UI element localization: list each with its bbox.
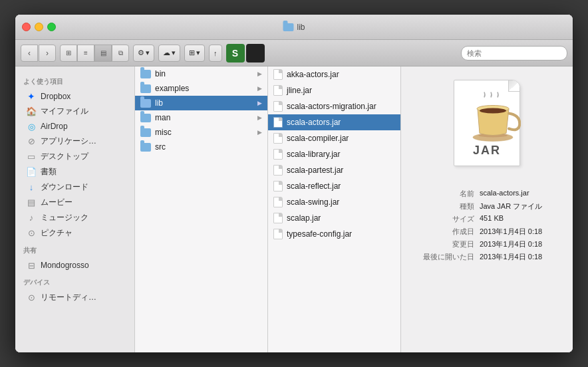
type-label: 種類 xyxy=(421,201,474,211)
file-icon-migration xyxy=(273,101,283,112)
sidebar-label-desktop: デスクトップ xyxy=(41,151,88,162)
coffee-cup-svg xyxy=(468,90,521,144)
col2-akka-actors[interactable]: akka-actors.jar xyxy=(268,66,400,82)
action-button[interactable]: ⚙ ▾ xyxy=(133,45,154,62)
sidebar-item-docs[interactable]: 📄 書類 xyxy=(18,164,132,180)
sidebar-label-myfiles: マイファイル xyxy=(41,106,88,117)
info-row-name: 名前 scala-actors.jar xyxy=(414,189,559,199)
col1-src[interactable]: src xyxy=(135,140,267,154)
opened-value: 2013年1月4日 0:18 xyxy=(480,252,559,262)
sidebar-label-pictures: ピクチャ xyxy=(41,227,73,239)
devices-label: デバイス xyxy=(15,273,134,290)
scala-icon[interactable]: S xyxy=(226,44,245,62)
sidebar-label-mondogrosso: Mondogrosso xyxy=(41,261,89,270)
sidebar-item-remote[interactable]: ⊙ リモートディ… xyxy=(18,290,132,305)
forward-button[interactable]: › xyxy=(39,45,56,62)
opened-label: 最後に開いた日 xyxy=(421,252,474,262)
music-icon: ♪ xyxy=(26,213,37,223)
col2-typesafe-config[interactable]: typesafe-config.jar xyxy=(268,226,400,242)
close-button[interactable] xyxy=(22,23,31,31)
sidebar-label-airdrop: AirDrop xyxy=(41,122,68,131)
info-row-type: 種類 Java JAR ファイル xyxy=(414,201,559,211)
file-icon-library xyxy=(273,149,283,160)
folder-icon-examples xyxy=(140,84,151,93)
folder-icon-misc xyxy=(140,128,151,137)
col1-man[interactable]: man ▶ xyxy=(135,110,267,125)
view-buttons: ⊞ ≡ ▤ ⧉ xyxy=(60,45,129,62)
type-value: Java JAR ファイル xyxy=(480,201,559,211)
sidebar-item-pictures[interactable]: ⊙ ピクチャ xyxy=(18,225,132,241)
traffic-lights xyxy=(22,23,56,31)
sidebar-item-movies[interactable]: ▤ ムービー xyxy=(18,195,132,210)
col2-scala-actors[interactable]: scala-actors.jar xyxy=(268,114,400,130)
back-button[interactable]: ‹ xyxy=(21,45,38,62)
share-cloud-button[interactable]: ☁ ▾ xyxy=(158,45,180,62)
app-icons: S xyxy=(226,44,265,62)
terminal-icon[interactable] xyxy=(246,44,265,62)
modified-label: 変更日 xyxy=(421,239,474,249)
sidebar-item-dropbox[interactable]: ✦ Dropbox xyxy=(18,89,132,104)
name-label: 名前 xyxy=(421,189,474,199)
col1-lib[interactable]: lib ▶ xyxy=(135,96,267,110)
search-box[interactable] xyxy=(461,46,567,61)
jar-preview: JAR xyxy=(447,80,527,176)
view-list-button[interactable]: ≡ xyxy=(77,45,94,62)
main-area: よく使う項目 ✦ Dropbox 🏠 マイファイル ◎ AirDrop ⊘ アプ… xyxy=(15,66,573,352)
jar-icon: JAR xyxy=(447,80,527,173)
sidebar-label-docs: 書類 xyxy=(41,166,57,178)
sidebar-label-movies: ムービー xyxy=(41,197,73,208)
arrange-button[interactable]: ⊞ ▾ xyxy=(184,45,205,62)
sidebar-item-myfiles[interactable]: 🏠 マイファイル xyxy=(18,104,132,119)
column-1: bin ▶ examples ▶ lib ▶ man ▶ xyxy=(135,66,268,352)
docs-icon: 📄 xyxy=(26,167,37,178)
folder-icon xyxy=(283,23,293,31)
desktop-icon: ▭ xyxy=(26,152,37,162)
file-icon-typesafe xyxy=(273,229,283,239)
folder-icon-bin xyxy=(140,70,151,78)
sidebar-item-airdrop[interactable]: ◎ AirDrop xyxy=(18,119,132,134)
arrow-bin: ▶ xyxy=(257,70,262,77)
sidebar-label-music: ミュージック xyxy=(41,212,88,223)
share-button[interactable]: ↑ xyxy=(209,45,222,62)
col2-scala-swing[interactable]: scala-swing.jar xyxy=(268,194,400,210)
size-value: 451 KB xyxy=(480,214,559,224)
file-icon-jline xyxy=(273,85,283,96)
col1-examples[interactable]: examples ▶ xyxy=(135,81,267,96)
folder-icon-lib xyxy=(140,99,151,108)
minimize-button[interactable] xyxy=(35,23,43,31)
toolbar: ‹ › ⊞ ≡ ▤ ⧉ ⚙ ▾ ☁ ▾ ⊞ ▾ ↑ S xyxy=(15,40,573,66)
device-icon: ⊙ xyxy=(26,293,37,303)
created-value: 2013年1月4日 0:18 xyxy=(480,227,559,237)
sidebar-item-downloads[interactable]: ↓ ダウンロード xyxy=(18,180,132,195)
view-column-button[interactable]: ▤ xyxy=(94,45,112,62)
col2-scala-reflect[interactable]: scala-reflect.jar xyxy=(268,178,400,194)
col2-scala-partest[interactable]: scala-partest.jar xyxy=(268,162,400,178)
pictures-icon: ⊙ xyxy=(26,228,37,239)
info-row-created: 作成日 2013年1月4日 0:18 xyxy=(414,227,559,237)
col2-scala-compiler[interactable]: scala-compiler.jar xyxy=(268,130,400,146)
apps-icon: ⊘ xyxy=(26,136,37,147)
columns-area: bin ▶ examples ▶ lib ▶ man ▶ xyxy=(135,66,573,352)
col2-scala-actors-migration[interactable]: scala-actors-migration.jar xyxy=(268,98,400,114)
info-row-opened: 最後に開いた日 2013年1月4日 0:18 xyxy=(414,252,559,262)
favorites-label: よく使う項目 xyxy=(15,72,134,89)
view-icon-button[interactable]: ⊞ xyxy=(60,45,77,62)
sidebar-item-desktop[interactable]: ▭ デスクトップ xyxy=(18,149,132,164)
col2-scalap[interactable]: scalap.jar xyxy=(268,210,400,226)
maximize-button[interactable] xyxy=(47,23,56,31)
jar-paper: JAR xyxy=(454,80,520,166)
sidebar-item-mondogrosso[interactable]: ⊟ Mondogrosso xyxy=(18,258,132,273)
sidebar-item-music[interactable]: ♪ ミュージック xyxy=(18,210,132,225)
col1-misc[interactable]: misc ▶ xyxy=(135,125,267,140)
col2-jline[interactable]: jline.jar xyxy=(268,82,400,98)
folder-icon-man xyxy=(140,114,151,122)
col1-bin[interactable]: bin ▶ xyxy=(135,66,267,81)
col2-scala-library[interactable]: scala-library.jar xyxy=(268,146,400,162)
arrow-man: ▶ xyxy=(257,114,262,121)
sidebar-item-apps[interactable]: ⊘ アプリケーシ… xyxy=(18,134,132,149)
file-icon-partest xyxy=(273,165,283,176)
sidebar: よく使う項目 ✦ Dropbox 🏠 マイファイル ◎ AirDrop ⊘ アプ… xyxy=(15,66,135,352)
search-input[interactable] xyxy=(467,49,560,57)
view-cover-button[interactable]: ⧉ xyxy=(112,45,129,62)
sidebar-label-dropbox: Dropbox xyxy=(41,92,71,101)
